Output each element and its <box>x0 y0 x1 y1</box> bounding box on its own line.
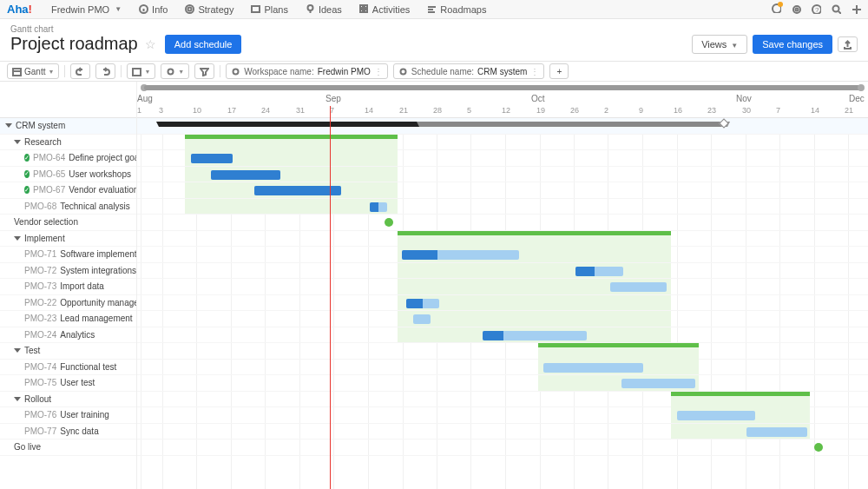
redo-button[interactable] <box>95 63 115 79</box>
summary-bar[interactable] <box>159 122 419 127</box>
favorite-star-icon[interactable]: ☆ <box>145 37 156 51</box>
gantt-row[interactable] <box>137 279 868 295</box>
task-bar[interactable] <box>406 299 439 308</box>
gear-icon[interactable] <box>792 4 801 14</box>
add-schedule-button[interactable]: Add schedule <box>165 35 242 54</box>
task-row[interactable]: Go live <box>0 439 136 456</box>
nav-plans[interactable]: Plans <box>242 0 297 18</box>
task-row[interactable]: PMO-75User test <box>0 375 136 392</box>
schedule-filter-chip[interactable]: Schedule name: CRM system ⋮ <box>393 63 545 79</box>
task-bar[interactable] <box>746 427 807 437</box>
group-bar[interactable] <box>398 231 671 235</box>
milestone-marker[interactable] <box>814 443 823 452</box>
task-row[interactable]: Implement <box>0 231 136 248</box>
drag-handle-icon[interactable]: ⋮ <box>374 67 383 76</box>
task-bar[interactable] <box>191 154 233 163</box>
nav-strategy[interactable]: Strategy <box>176 0 242 18</box>
task-row[interactable]: PMO-72System integrations <box>0 263 136 280</box>
workspace-switcher[interactable]: Fredwin PMO ▼ <box>43 0 130 18</box>
task-progress <box>370 202 378 212</box>
gantt-row[interactable] <box>137 118 868 135</box>
share-button[interactable] <box>838 36 858 52</box>
task-bar[interactable] <box>370 202 387 212</box>
gantt-row[interactable] <box>137 247 868 263</box>
horizontal-scrollbar[interactable] <box>137 82 868 94</box>
drag-handle-icon[interactable]: ⋮ <box>530 67 539 76</box>
task-row[interactable]: Research <box>0 135 136 151</box>
task-row[interactable]: PMO-22Opportunity management <box>0 295 136 312</box>
workspace-filter-chip[interactable]: Workspace name: Fredwin PMO ⋮ <box>226 63 388 79</box>
task-row[interactable]: CRM system <box>0 118 136 135</box>
task-row[interactable]: PMO-23Lead management <box>0 311 136 327</box>
gantt-row[interactable] <box>137 343 868 360</box>
expand-caret-icon[interactable] <box>14 397 21 401</box>
gantt-row[interactable] <box>137 311 868 327</box>
gantt-row[interactable] <box>137 392 868 408</box>
task-row[interactable]: PMO-77Sync data <box>0 424 136 440</box>
search-icon[interactable] <box>832 4 841 14</box>
task-row[interactable]: PMO-68Technical analysis <box>0 199 136 215</box>
nav-activities[interactable]: Activities <box>351 0 418 18</box>
task-row[interactable]: ✓PMO-65User workshops <box>0 167 136 183</box>
task-bar[interactable] <box>677 411 755 420</box>
gantt-row[interactable] <box>137 407 868 424</box>
gantt-row[interactable] <box>137 295 868 312</box>
nav-ideas[interactable]: Ideas <box>297 0 351 18</box>
task-row[interactable]: ✓PMO-64Define project goals <box>0 150 136 167</box>
task-bar[interactable] <box>543 363 643 373</box>
gantt-row[interactable] <box>137 375 868 392</box>
milestone-marker[interactable] <box>385 218 393 227</box>
task-bar[interactable] <box>610 282 667 292</box>
group-bar[interactable] <box>185 135 398 139</box>
gantt-row[interactable] <box>137 327 868 344</box>
views-button[interactable]: Views ▼ <box>692 35 747 54</box>
task-row[interactable]: Vendor selection <box>0 215 136 231</box>
task-bar[interactable] <box>575 267 623 276</box>
group-bar[interactable] <box>538 343 699 347</box>
task-bar[interactable] <box>483 331 587 340</box>
task-row[interactable]: PMO-24Analytics <box>0 327 136 344</box>
expand-caret-icon[interactable] <box>14 140 21 144</box>
summary-bar[interactable] <box>419 122 727 127</box>
nav-roadmaps[interactable]: Roadmaps <box>418 0 495 18</box>
task-bar[interactable] <box>413 314 431 324</box>
date-range-button[interactable]: ▼ <box>127 63 155 79</box>
gantt-row[interactable] <box>137 215 868 231</box>
task-bar[interactable] <box>254 186 341 195</box>
task-row[interactable]: Rollout <box>0 392 136 408</box>
gantt-row[interactable] <box>137 231 868 248</box>
expand-caret-icon[interactable] <box>5 123 12 128</box>
undo-button[interactable] <box>70 63 90 79</box>
task-bar[interactable] <box>621 379 695 388</box>
expand-caret-icon[interactable] <box>14 236 21 241</box>
add-icon[interactable] <box>852 4 861 14</box>
gantt-row[interactable] <box>137 150 868 167</box>
add-filter-button[interactable]: + <box>549 63 569 79</box>
expand-caret-icon[interactable] <box>14 348 21 353</box>
task-row[interactable]: Test <box>0 343 136 360</box>
gantt-row[interactable] <box>137 439 868 456</box>
gantt-row[interactable] <box>137 424 868 440</box>
gantt-row[interactable] <box>137 199 868 215</box>
task-row[interactable]: PMO-74Functional test <box>0 360 136 376</box>
gantt-row[interactable] <box>137 167 868 183</box>
save-changes-button[interactable]: Save changes <box>753 35 832 54</box>
task-row[interactable]: PMO-76User training <box>0 407 136 424</box>
task-bar[interactable] <box>402 250 519 260</box>
help-icon[interactable]: ? <box>812 4 821 14</box>
view-type-dropdown[interactable]: Gantt▼ <box>7 63 59 79</box>
filter-button[interactable] <box>194 63 214 79</box>
notifications-button[interactable] <box>772 3 781 15</box>
task-row[interactable]: ✓PMO-67Vendor evaluation <box>0 182 136 199</box>
gantt-row[interactable] <box>137 135 868 151</box>
nav-info[interactable]: Info <box>130 0 176 18</box>
task-row[interactable]: PMO-73Import data <box>0 279 136 295</box>
task-bar[interactable] <box>211 170 280 180</box>
gantt-row[interactable] <box>137 263 868 280</box>
gantt-chart-panel[interactable]: AugSepOctNovDec 131017243171421285121926… <box>137 82 868 489</box>
group-bar[interactable] <box>671 392 810 396</box>
gantt-row[interactable] <box>137 360 868 376</box>
task-row[interactable]: PMO-71Software implementation <box>0 247 136 263</box>
settings-dropdown[interactable]: ▼ <box>161 63 189 79</box>
gantt-row[interactable] <box>137 182 868 199</box>
